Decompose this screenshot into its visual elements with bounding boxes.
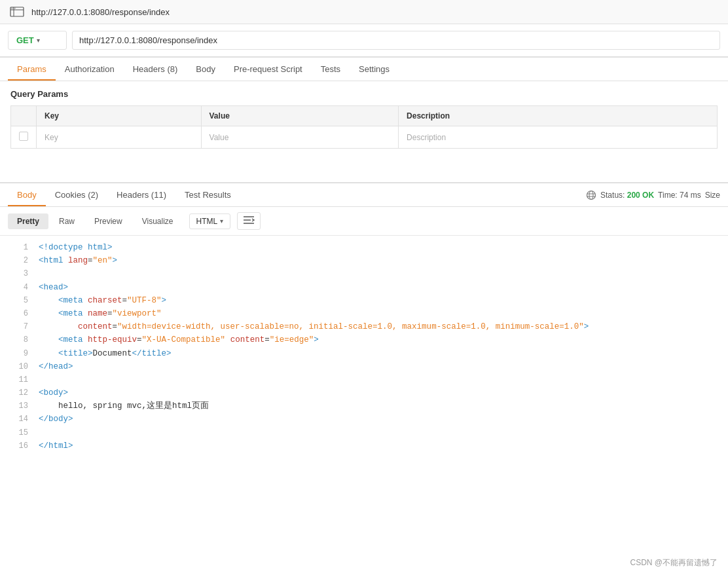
- code-view: 1<!doctype html>2<html lang="en">34<head…: [0, 236, 728, 458]
- checkbox-col-header: [11, 106, 37, 126]
- wrap-button[interactable]: [237, 212, 261, 230]
- line-content: <html lang="en">: [39, 254, 117, 267]
- row-checkbox-cell: [11, 126, 37, 149]
- code-line: 5 <meta charset="UTF-8">: [0, 294, 728, 307]
- line-content: hello, spring mvc,这里是html页面: [39, 399, 209, 413]
- line-number: 7: [5, 320, 28, 333]
- wrap-icon: [243, 215, 255, 225]
- http-icon: HTTP: [8, 5, 26, 18]
- tab-params[interactable]: Params: [8, 58, 56, 81]
- line-number: 9: [5, 347, 28, 360]
- response-section: Body Cookies (2) Headers (11) Test Resul…: [0, 183, 728, 458]
- language-label: HTML: [196, 217, 218, 226]
- response-tab-body[interactable]: Body: [8, 183, 46, 206]
- description-cell[interactable]: Description: [399, 126, 718, 149]
- tab-settings[interactable]: Settings: [350, 58, 399, 81]
- section-spacer: [0, 157, 728, 183]
- line-number: 5: [5, 294, 28, 307]
- value-cell[interactable]: Value: [201, 126, 399, 149]
- line-content: <meta name="viewport": [39, 307, 162, 320]
- tab-headers[interactable]: Headers (8): [124, 58, 187, 81]
- response-tab-cookies[interactable]: Cookies (2): [46, 183, 107, 206]
- line-content: content="width=device-width, user-scalab…: [39, 320, 589, 333]
- key-input-placeholder: Key: [45, 133, 58, 142]
- line-number: 14: [5, 413, 28, 426]
- response-tab-headers[interactable]: Headers (11): [107, 183, 175, 206]
- value-input-placeholder: Value: [209, 133, 229, 142]
- line-number: 4: [5, 281, 28, 294]
- visualize-button[interactable]: Visualize: [133, 213, 183, 229]
- line-number: 11: [5, 373, 28, 386]
- request-tabs: Params Authorization Headers (8) Body Pr…: [0, 58, 728, 81]
- line-content: <body>: [39, 386, 68, 399]
- code-line: 2<html lang="en">: [0, 254, 728, 267]
- url-bar: HTTP http://127.0.0.1:8080/response/inde…: [0, 0, 728, 24]
- line-number: 15: [5, 426, 28, 439]
- response-meta: Status: 200 OK Time: 74 ms Size: [586, 190, 720, 200]
- code-line: 8 <meta http-equiv="X-UA-Compatible" con…: [0, 333, 728, 346]
- code-line: 13 hello, spring mvc,这里是html页面: [0, 399, 728, 413]
- status-value: 200 OK: [627, 191, 654, 200]
- tab-body[interactable]: Body: [187, 58, 225, 81]
- svg-point-5: [589, 191, 593, 199]
- description-input-placeholder: Description: [407, 133, 446, 142]
- code-line: 12<body>: [0, 386, 728, 399]
- svg-point-4: [587, 191, 596, 199]
- code-line: 10</head>: [0, 360, 728, 373]
- code-line: 6 <meta name="viewport": [0, 307, 728, 320]
- format-toolbar: Pretty Raw Preview Visualize HTML ▾: [0, 207, 728, 236]
- table-row: Key Value Description: [11, 126, 718, 149]
- time-text: Time: 74 ms: [658, 191, 701, 200]
- line-number: 16: [5, 439, 28, 453]
- method-label: GET: [16, 35, 34, 45]
- value-column-header: Value: [201, 106, 399, 126]
- line-number: 6: [5, 307, 28, 320]
- status-label: Status:: [600, 191, 627, 200]
- language-selector[interactable]: HTML ▾: [189, 213, 231, 229]
- line-content: <title>Document</title>: [39, 347, 172, 360]
- svg-text:HTTP: HTTP: [11, 7, 16, 10]
- code-line: 9 <title>Document</title>: [0, 347, 728, 360]
- code-line: 1<!doctype html>: [0, 241, 728, 254]
- url-input[interactable]: [72, 31, 720, 50]
- preview-button[interactable]: Preview: [85, 213, 132, 229]
- key-cell[interactable]: Key: [37, 126, 202, 149]
- raw-button[interactable]: Raw: [50, 213, 84, 229]
- url-bar-text: http://127.0.0.1:8080/response/index: [31, 7, 170, 17]
- tab-tests[interactable]: Tests: [312, 58, 350, 81]
- line-content: <head>: [39, 281, 68, 294]
- query-params-title: Query Params: [10, 89, 718, 99]
- line-content: <meta http-equiv="X-UA-Compatible" conte…: [39, 333, 319, 346]
- pretty-button[interactable]: Pretty: [8, 213, 48, 229]
- key-column-header: Key: [37, 106, 202, 126]
- line-content: <!doctype html>: [39, 241, 113, 254]
- request-line: GET ▾: [0, 24, 728, 58]
- code-line: 15: [0, 426, 728, 439]
- globe-icon: [586, 190, 596, 200]
- tab-authorization[interactable]: Authorization: [56, 58, 124, 81]
- line-content: </html>: [39, 439, 73, 453]
- code-line: 4<head>: [0, 281, 728, 294]
- response-tab-test-results[interactable]: Test Results: [175, 183, 240, 206]
- chevron-down-icon: ▾: [37, 37, 40, 44]
- row-checkbox[interactable]: [19, 132, 28, 141]
- size-text: Size: [705, 191, 720, 200]
- chevron-down-icon: ▾: [220, 217, 223, 225]
- line-number: 12: [5, 386, 28, 399]
- line-number: 8: [5, 333, 28, 346]
- line-content: </body>: [39, 413, 73, 426]
- line-number: 3: [5, 267, 28, 280]
- line-content: </head>: [39, 360, 73, 373]
- params-table: Key Value Description Key Value Descript…: [10, 105, 718, 149]
- tab-pre-request-script[interactable]: Pre-request Script: [225, 58, 312, 81]
- line-content: <meta charset="UTF-8">: [39, 294, 166, 307]
- description-column-header: Description: [399, 106, 718, 126]
- code-line: 14</body>: [0, 413, 728, 426]
- response-tabs-bar: Body Cookies (2) Headers (11) Test Resul…: [0, 183, 728, 207]
- status-text: Status: 200 OK: [600, 191, 654, 200]
- code-line: 3: [0, 267, 728, 280]
- line-number: 2: [5, 254, 28, 267]
- query-params-section: Query Params Key Value Description Key V…: [0, 81, 728, 157]
- code-line: 16</html>: [0, 439, 728, 453]
- method-selector[interactable]: GET ▾: [8, 31, 67, 50]
